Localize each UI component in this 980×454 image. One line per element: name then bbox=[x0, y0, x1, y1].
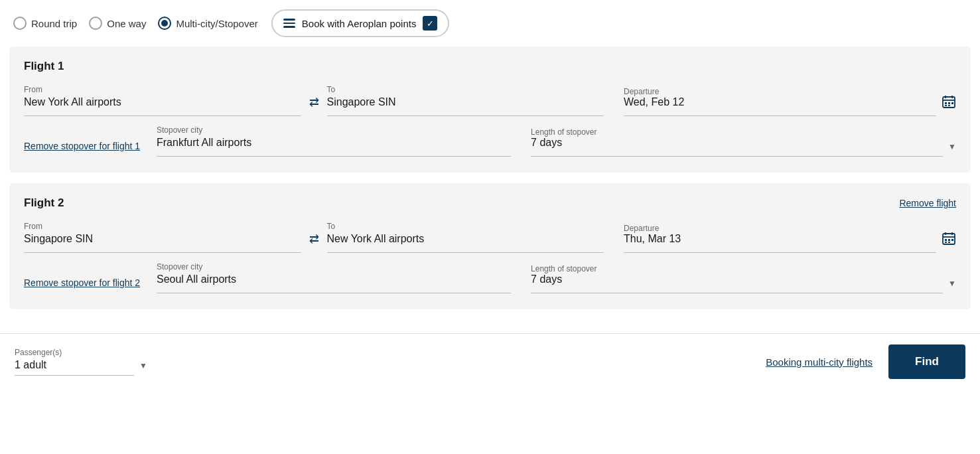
svg-rect-8 bbox=[948, 105, 950, 106]
flight-2-departure-inner: Departure Thu, Mar 13 bbox=[624, 222, 936, 253]
one-way-label: One way bbox=[107, 18, 146, 29]
top-bar: Round trip One way Multi-city/Stopover B… bbox=[0, 0, 980, 46]
flight-2-from-label: From bbox=[24, 222, 301, 231]
flight-1-swap-icon[interactable]: ⇄ bbox=[301, 95, 327, 116]
flight-1-to-label: To bbox=[327, 85, 604, 94]
flight-2-departure-label: Departure bbox=[624, 224, 659, 233]
flight-2-length-value[interactable]: 7 days bbox=[531, 273, 943, 293]
flight-2-length-group: Length of stopover 7 days ▼ bbox=[531, 262, 956, 293]
booking-multi-city-link[interactable]: Booking multi-city flights bbox=[766, 356, 873, 368]
passengers-group: Passenger(s) 1 adult ▼ bbox=[15, 348, 147, 376]
svg-rect-7 bbox=[945, 105, 947, 106]
flight-1-from-value[interactable]: New York All airports bbox=[24, 96, 301, 116]
svg-rect-14 bbox=[948, 239, 950, 241]
svg-rect-5 bbox=[948, 102, 950, 104]
flight-1-stopover-city-value[interactable]: Frankfurt All airports bbox=[157, 137, 511, 157]
flight-1-stopover-row: Remove stopover for flight 1 Stopover ci… bbox=[24, 125, 956, 157]
flight-2-from-group: From Singapore SIN bbox=[24, 222, 301, 253]
flight-1-title: Flight 1 bbox=[24, 60, 956, 73]
flight-1-length-label: Length of stopover bbox=[531, 127, 596, 137]
flight-1-from-label: From bbox=[24, 85, 301, 94]
flight-1-length-dropdown-arrow[interactable]: ▼ bbox=[943, 142, 956, 157]
flight-2-length-dropdown-arrow[interactable]: ▼ bbox=[943, 279, 956, 293]
flight-1-length-value[interactable]: 7 days bbox=[531, 137, 943, 157]
passengers-dropdown-arrow[interactable]: ▼ bbox=[134, 361, 147, 374]
flight-2-stopover-city-label: Stopover city bbox=[157, 262, 511, 271]
flight-2-to-label: To bbox=[327, 222, 604, 231]
flight-2-length-label: Length of stopover bbox=[531, 264, 596, 273]
svg-rect-4 bbox=[945, 102, 947, 104]
svg-rect-16 bbox=[945, 242, 947, 243]
flight-2-stopover-row: Remove stopover for flight 2 Stopover ci… bbox=[24, 262, 956, 293]
flight-1-stopover-city-group: Stopover city Frankfurt All airports bbox=[157, 125, 511, 157]
aeroplan-checkbox[interactable]: ✓ bbox=[423, 16, 437, 31]
footer-right: Booking multi-city flights Find bbox=[766, 344, 965, 379]
flight-2-main-row: From Singapore SIN ⇄ To New York All air… bbox=[24, 222, 956, 253]
flight-2-title: Flight 2 bbox=[24, 196, 956, 210]
flight-2-stopover-city-value[interactable]: Seoul All airports bbox=[157, 273, 511, 293]
round-trip-radio[interactable] bbox=[13, 17, 27, 30]
passengers-value[interactable]: 1 adult bbox=[15, 359, 134, 376]
flight-1-length-inner: Length of stopover 7 days bbox=[531, 125, 943, 157]
aeroplan-label: Book with Aeroplan points bbox=[302, 18, 417, 29]
flight-1-to-value[interactable]: Singapore SIN bbox=[327, 96, 604, 116]
multi-city-radio[interactable] bbox=[158, 17, 171, 30]
flight-2-remove-stopover-link[interactable]: Remove stopover for flight 2 bbox=[24, 277, 157, 293]
multi-city-option[interactable]: Multi-city/Stopover bbox=[158, 17, 257, 30]
main-content: Flight 1 From New York All airports ⇄ To… bbox=[0, 46, 980, 333]
flight-2-to-value[interactable]: New York All airports bbox=[327, 233, 604, 253]
flight-1-from-group: From New York All airports bbox=[24, 85, 301, 116]
flight-1-departure-inner: Departure Wed, Feb 12 bbox=[624, 85, 936, 116]
flight-2-stopover-city-group: Stopover city Seoul All airports bbox=[157, 262, 511, 293]
aeroplan-lines-icon bbox=[283, 19, 295, 28]
flight-1-to-group: To Singapore SIN bbox=[327, 85, 604, 116]
flight-2-remove-flight-link[interactable]: Remove flight bbox=[899, 198, 956, 208]
flight-2-from-value[interactable]: Singapore SIN bbox=[24, 233, 301, 253]
flight-2-card: Flight 2 Remove flight From Singapore SI… bbox=[9, 183, 971, 309]
svg-rect-17 bbox=[948, 242, 950, 243]
svg-rect-15 bbox=[951, 239, 953, 241]
one-way-option[interactable]: One way bbox=[89, 17, 146, 30]
passengers-inner: 1 adult ▼ bbox=[15, 359, 147, 376]
flight-1-stopover-city-label: Stopover city bbox=[157, 125, 511, 135]
passengers-label: Passenger(s) bbox=[15, 348, 147, 357]
flight-1-length-group: Length of stopover 7 days ▼ bbox=[531, 125, 956, 157]
find-button[interactable]: Find bbox=[888, 344, 965, 379]
flight-1-departure-label: Departure bbox=[624, 87, 659, 96]
flight-1-departure-value[interactable]: Wed, Feb 12 bbox=[624, 96, 936, 116]
svg-rect-6 bbox=[951, 102, 953, 104]
flight-1-remove-stopover-link[interactable]: Remove stopover for flight 1 bbox=[24, 141, 157, 157]
one-way-radio[interactable] bbox=[89, 17, 102, 30]
flight-2-length-inner: Length of stopover 7 days bbox=[531, 262, 943, 293]
flight-2-departure-group: Departure Thu, Mar 13 bbox=[624, 222, 956, 253]
aeroplan-button[interactable]: Book with Aeroplan points ✓ bbox=[271, 9, 450, 37]
round-trip-option[interactable]: Round trip bbox=[13, 17, 77, 30]
flight-1-calendar-icon[interactable] bbox=[936, 94, 956, 116]
flight-2-calendar-icon[interactable] bbox=[936, 231, 956, 253]
flight-2-departure-value[interactable]: Thu, Mar 13 bbox=[624, 233, 936, 253]
svg-rect-13 bbox=[945, 239, 947, 241]
trip-type-radio-group: Round trip One way Multi-city/Stopover bbox=[13, 17, 258, 30]
round-trip-label: Round trip bbox=[31, 18, 77, 29]
footer-bar: Passenger(s) 1 adult ▼ Booking multi-cit… bbox=[0, 333, 980, 390]
flight-1-card: Flight 1 From New York All airports ⇄ To… bbox=[9, 46, 971, 173]
multi-city-label: Multi-city/Stopover bbox=[176, 18, 257, 29]
flight-2-swap-icon[interactable]: ⇄ bbox=[301, 232, 327, 253]
flight-1-departure-group: Departure Wed, Feb 12 bbox=[624, 85, 956, 116]
flight-2-to-group: To New York All airports bbox=[327, 222, 604, 253]
flight-1-main-row: From New York All airports ⇄ To Singapor… bbox=[24, 85, 956, 116]
